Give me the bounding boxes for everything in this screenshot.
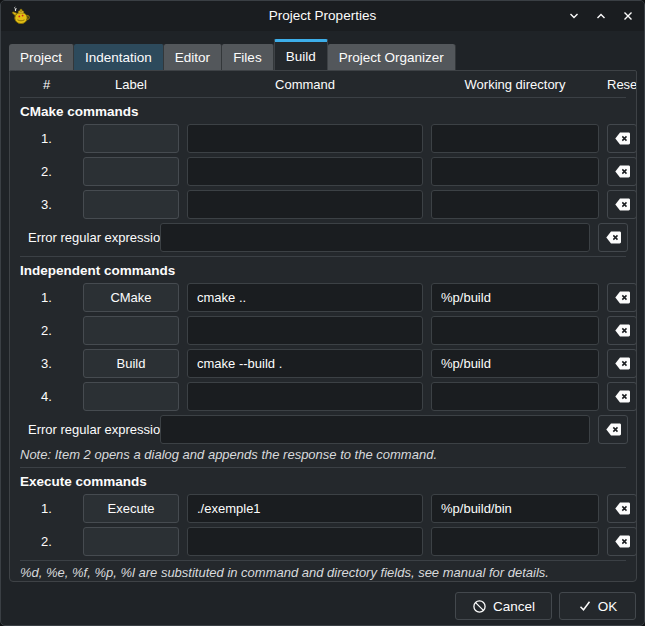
label-button[interactable] xyxy=(83,316,179,345)
workdir-input[interactable] xyxy=(431,494,599,523)
tab-project-organizer[interactable]: Project Organizer xyxy=(328,44,456,71)
section-title-cmake-commands: CMake commands xyxy=(10,104,636,120)
reset-button[interactable] xyxy=(607,124,637,153)
workdir-input[interactable] xyxy=(431,316,599,345)
clear-backspace-icon xyxy=(614,131,631,146)
cancel-circle-slash-icon xyxy=(472,599,487,614)
table-row: 3. Build xyxy=(10,349,636,378)
cancel-button[interactable]: Cancel xyxy=(455,592,552,620)
error-regex-input[interactable] xyxy=(160,223,590,252)
workdir-input[interactable] xyxy=(431,349,599,378)
reset-button[interactable] xyxy=(607,316,637,345)
header-label: Label xyxy=(83,77,179,92)
row-number: 2. xyxy=(18,164,75,179)
clear-backspace-icon xyxy=(605,230,622,245)
error-regex-label: Error regular expression: xyxy=(18,422,152,437)
section-title-execute-commands: Execute commands xyxy=(10,474,636,490)
close-button[interactable] xyxy=(620,8,636,24)
row-number: 3. xyxy=(18,197,75,212)
clear-backspace-icon xyxy=(614,356,631,371)
clear-backspace-icon xyxy=(614,501,631,516)
clear-backspace-icon xyxy=(614,323,631,338)
tab-project[interactable]: Project xyxy=(9,44,74,71)
reset-button[interactable] xyxy=(607,190,637,219)
command-input[interactable] xyxy=(187,124,423,153)
tab-indentation[interactable]: Indentation xyxy=(74,44,164,71)
header-command: Command xyxy=(187,77,423,92)
error-regex-row: Error regular expression: xyxy=(10,415,636,444)
row-number: 2. xyxy=(18,534,75,549)
label-button[interactable]: Build xyxy=(83,349,179,378)
error-regex-label: Error regular expression: xyxy=(18,230,152,245)
reset-button[interactable] xyxy=(607,349,637,378)
command-input[interactable] xyxy=(187,527,423,556)
command-input[interactable] xyxy=(187,190,423,219)
reset-button[interactable] xyxy=(598,415,628,444)
ok-button[interactable]: OK xyxy=(559,592,636,620)
reset-button[interactable] xyxy=(607,527,637,556)
command-input[interactable] xyxy=(187,382,423,411)
label-button[interactable] xyxy=(83,527,179,556)
checkmark-icon xyxy=(578,599,592,613)
table-row: 2. xyxy=(10,527,636,556)
clear-backspace-icon xyxy=(605,422,622,437)
row-number: 2. xyxy=(18,323,75,338)
divider xyxy=(20,256,626,257)
divider xyxy=(20,560,626,561)
error-regex-row: Error regular expression: xyxy=(10,223,636,252)
ok-button-label: OK xyxy=(598,599,618,614)
command-input[interactable] xyxy=(187,157,423,186)
command-input[interactable] xyxy=(187,494,423,523)
workdir-input[interactable] xyxy=(431,283,599,312)
maximize-button[interactable] xyxy=(593,8,609,24)
workdir-input[interactable] xyxy=(431,382,599,411)
build-tab-page: # Label Command Working directory Reset … xyxy=(9,70,637,582)
tab-bar: Project Indentation Editor Files Build P… xyxy=(9,39,456,71)
tab-files[interactable]: Files xyxy=(222,44,274,71)
clear-backspace-icon xyxy=(614,197,631,212)
cancel-button-label: Cancel xyxy=(493,599,535,614)
table-row: 1. CMake xyxy=(10,283,636,312)
command-input[interactable] xyxy=(187,283,423,312)
workdir-input[interactable] xyxy=(431,157,599,186)
reset-button[interactable] xyxy=(607,283,637,312)
workdir-input[interactable] xyxy=(431,124,599,153)
command-input[interactable] xyxy=(187,349,423,378)
reset-button[interactable] xyxy=(598,223,628,252)
titlebar: Project Properties xyxy=(1,1,644,31)
command-input[interactable] xyxy=(187,316,423,345)
section-title-independent-commands: Independent commands xyxy=(10,263,636,279)
error-regex-input[interactable] xyxy=(160,415,590,444)
row-number: 3. xyxy=(18,356,75,371)
chevron-up-icon xyxy=(594,9,608,23)
label-button[interactable]: CMake xyxy=(83,283,179,312)
reset-button[interactable] xyxy=(607,382,637,411)
label-button[interactable] xyxy=(83,190,179,219)
table-row: 1. xyxy=(10,124,636,153)
reset-button[interactable] xyxy=(607,157,637,186)
table-row: 4. xyxy=(10,382,636,411)
table-row: 2. xyxy=(10,157,636,186)
tab-build[interactable]: Build xyxy=(274,39,328,71)
minimize-button[interactable] xyxy=(566,8,582,24)
row-number: 1. xyxy=(18,290,75,305)
workdir-input[interactable] xyxy=(431,190,599,219)
row-number: 1. xyxy=(18,131,75,146)
project-properties-dialog: Project Properties Project Indentation E… xyxy=(0,0,645,626)
label-button[interactable] xyxy=(83,382,179,411)
header-reset: Reset xyxy=(607,77,637,92)
label-button[interactable] xyxy=(83,124,179,153)
tab-editor[interactable]: Editor xyxy=(164,44,222,71)
close-icon xyxy=(621,9,635,23)
substitution-help-note: %d, %e, %f, %p, %l are substituted in co… xyxy=(10,565,636,581)
table-row: 2. xyxy=(10,316,636,345)
clear-backspace-icon xyxy=(614,164,631,179)
divider xyxy=(20,467,626,468)
divider xyxy=(20,97,626,98)
independent-commands-note: Note: Item 2 opens a dialog and appends … xyxy=(10,447,636,463)
label-button[interactable] xyxy=(83,157,179,186)
workdir-input[interactable] xyxy=(431,527,599,556)
table-header: # Label Command Working directory Reset xyxy=(10,72,636,97)
reset-button[interactable] xyxy=(607,494,637,523)
label-button[interactable]: Execute xyxy=(83,494,179,523)
